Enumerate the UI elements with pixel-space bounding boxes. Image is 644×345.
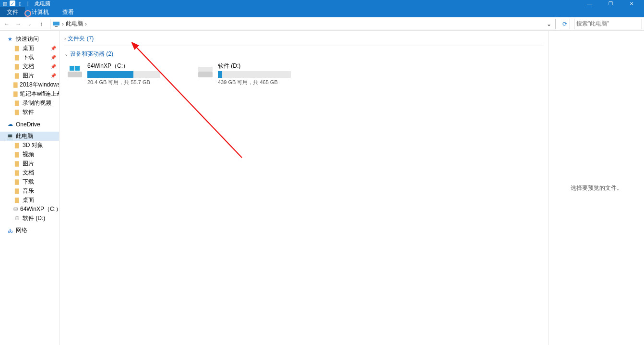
this-pc-icon	[52, 20, 60, 28]
drives-group-header[interactable]: ⌄ 设备和驱动器 (2)	[60, 46, 549, 60]
sidebar-item[interactable]: ▇录制的视频	[0, 99, 59, 108]
sidebar-this-pc[interactable]: 💻 此电脑	[0, 132, 59, 141]
drive-item[interactable]: 64WinXP（C:）20.4 GB 可用，共 55.7 GB	[64, 60, 189, 88]
sidebar-item[interactable]: ▇3D 对象	[0, 141, 59, 150]
sidebar-label: OneDrive	[16, 121, 40, 128]
sidebar-item-label: 桌面	[23, 196, 34, 204]
sidebar-quick-access[interactable]: ★ 快速访问	[0, 35, 59, 44]
title-bar: ▧ ✓ ▯ | 此电脑 — ❐ ✕	[0, 0, 644, 7]
folder-icon: ▇	[13, 160, 20, 167]
pin-icon: 📌	[50, 64, 56, 69]
sidebar-item-label: 音乐	[23, 187, 34, 195]
sidebar-item-label: 图片	[23, 160, 34, 168]
qa-check-icon[interactable]: ✓	[10, 0, 15, 6]
up-button[interactable]: ↑	[36, 19, 46, 29]
sidebar-item-label: 文档	[23, 169, 34, 177]
disk-icon: ⛁	[13, 215, 20, 222]
folder-icon: ▇	[13, 54, 20, 61]
refresh-button[interactable]: ⟳	[560, 19, 570, 29]
sidebar-item[interactable]: ▇音乐	[0, 186, 59, 196]
app-icon: ▧	[2, 0, 8, 6]
folder-icon: ▇	[13, 63, 20, 70]
svg-rect-6	[198, 72, 213, 77]
cursor-indicator	[24, 10, 32, 17]
svg-rect-7	[198, 67, 213, 72]
svg-rect-5	[75, 66, 80, 71]
sidebar-item[interactable]: ▇下载📌	[0, 53, 59, 62]
sidebar-item-label: 笔记本wifi连上却没	[20, 90, 59, 98]
network-icon: 🖧	[7, 227, 13, 234]
content-area: › 文件夹 (7) ⌄ 设备和驱动器 (2) 64WinXP（C:）20.4 G…	[60, 31, 644, 345]
svg-point-0	[25, 11, 31, 16]
drive-name: 软件 (D:)	[218, 62, 318, 70]
sidebar-item[interactable]: ▇图片📌	[0, 71, 59, 80]
sidebar-item[interactable]: ▇软件	[0, 108, 59, 117]
chevron-down-icon: ⌄	[64, 51, 68, 57]
preview-empty-text: 选择要预览的文件。	[571, 184, 622, 192]
qa-doc-icon[interactable]: ▯	[17, 0, 23, 6]
breadcrumb-this-pc[interactable]: 此电脑	[66, 20, 83, 28]
sidebar-network[interactable]: 🖧 网络	[0, 226, 59, 235]
sidebar-item[interactable]: ▇2018年windows10	[0, 80, 59, 89]
forward-button[interactable]: →	[13, 19, 23, 29]
drive-info: 439 GB 可用，共 465 GB	[218, 79, 318, 86]
pin-icon: 📌	[50, 73, 56, 78]
sidebar-item-label: 录制的视频	[23, 99, 51, 107]
pin-icon: 📌	[50, 55, 56, 60]
svg-rect-1	[53, 22, 60, 25]
sidebar-item[interactable]: ⛁64WinXP（C:）	[0, 205, 59, 214]
drive-icon	[197, 62, 214, 78]
folder-icon: ▇	[13, 100, 20, 107]
sidebar-item[interactable]: ▇文档	[0, 168, 59, 177]
folder-icon: ▇	[13, 73, 20, 79]
sidebar-onedrive[interactable]: ☁ OneDrive	[0, 120, 59, 129]
tab-file[interactable]: 文件	[0, 7, 25, 17]
close-button[interactable]: ✕	[621, 0, 642, 7]
window-controls: — ❐ ✕	[579, 0, 642, 7]
sidebar-item[interactable]: ▇桌面📌	[0, 44, 59, 53]
ribbon-tabs: 文件 计算机 查看	[0, 7, 644, 17]
breadcrumb-dropdown[interactable]: ⌄	[545, 21, 553, 27]
folders-group-header[interactable]: › 文件夹 (7)	[60, 31, 549, 45]
breadcrumb[interactable]: › 此电脑 › ⌄	[50, 19, 556, 29]
drive-usage-bar	[87, 71, 160, 78]
breadcrumb-sep: ›	[61, 21, 65, 27]
tab-view[interactable]: 查看	[56, 7, 81, 17]
folder-icon: ▇	[13, 197, 20, 204]
folder-icon: ▇	[13, 142, 20, 149]
sidebar-item[interactable]: ▇笔记本wifi连上却没	[0, 89, 59, 99]
star-icon: ★	[7, 36, 13, 43]
sidebar-item-label: 2018年windows10	[20, 81, 59, 89]
sidebar-item[interactable]: ▇视频	[0, 150, 59, 159]
sidebar-item-label: 下载	[23, 53, 34, 62]
maximize-button[interactable]: ❐	[600, 0, 621, 7]
sidebar-label: 快速访问	[16, 35, 39, 43]
main-area: ★ 快速访问 ▇桌面📌▇下载📌▇文档📌▇图片📌▇2018年windows10▇笔…	[0, 31, 644, 345]
folder-icon: ▇	[13, 188, 20, 195]
recent-dropdown[interactable]: ⌄	[25, 19, 35, 29]
sidebar-label: 此电脑	[16, 132, 33, 140]
drive-item[interactable]: 软件 (D:)439 GB 可用，共 465 GB	[195, 60, 320, 88]
pc-icon: 💻	[7, 133, 13, 140]
search-input[interactable]: 搜索"此电脑"	[574, 19, 642, 29]
sidebar: ★ 快速访问 ▇桌面📌▇下载📌▇文档📌▇图片📌▇2018年windows10▇笔…	[0, 31, 60, 345]
sidebar-item[interactable]: ▇下载	[0, 177, 59, 186]
minimize-button[interactable]: —	[579, 0, 600, 7]
folder-icon: ▇	[13, 170, 20, 176]
pin-icon: 📌	[50, 46, 56, 51]
folder-icon: ▇	[13, 82, 17, 88]
group-title: 设备和驱动器 (2)	[70, 50, 113, 58]
drive-usage-bar	[218, 71, 291, 78]
sidebar-item[interactable]: ▇图片	[0, 159, 59, 168]
drive-info: 20.4 GB 可用，共 55.7 GB	[87, 79, 187, 86]
disk-icon: ⛁	[13, 206, 18, 213]
sidebar-item[interactable]: ⛁软件 (D:)	[0, 214, 59, 223]
sidebar-item[interactable]: ▇文档📌	[0, 62, 59, 71]
back-button[interactable]: ←	[2, 19, 12, 29]
folder-icon: ▇	[13, 151, 20, 158]
nav-bar: ← → ⌄ ↑ › 此电脑 › ⌄ ⟳ 搜索"此电脑"	[0, 17, 644, 31]
sidebar-item[interactable]: ▇桌面	[0, 196, 59, 205]
svg-rect-3	[68, 72, 82, 77]
search-placeholder: 搜索"此电脑"	[576, 20, 609, 28]
sidebar-item-label: 软件 (D:)	[23, 214, 45, 222]
